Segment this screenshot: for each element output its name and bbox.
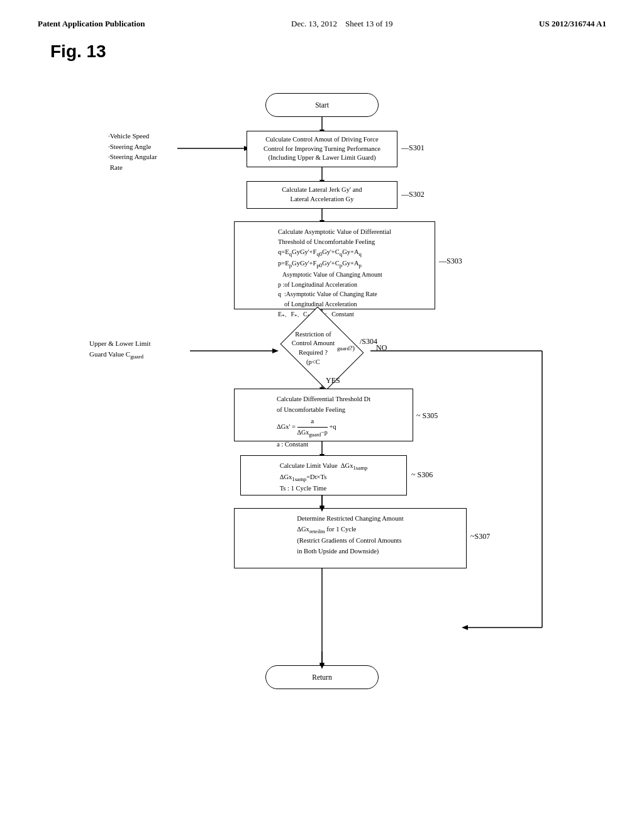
s305-node: Calculate Differential Threshold Dt of U…: [234, 389, 413, 441]
s306-text: Calculate Limit Value ΔGx1samp ΔGx1samp=…: [280, 461, 368, 494]
svg-marker-11: [272, 348, 279, 353]
yes-label: YES: [326, 376, 340, 385]
s303-node: Calculate Asymptotic Value of Differenti…: [234, 221, 435, 309]
fig-title: Fig. 13: [50, 42, 606, 62]
left-input-bottom: Upper & Lower LimitGuard Value Cguard: [89, 338, 187, 361]
s307-node: Determine Restricted Changing Amount ΔGx…: [234, 508, 467, 568]
page: Patent Application Publication Dec. 13, …: [0, 0, 644, 830]
s306-node: Calculate Limit Value ΔGx1samp ΔGx1samp=…: [240, 455, 407, 495]
flowchart: Start Culculate Control Amout of Driving…: [52, 80, 592, 772]
header-date: Dec. 13, 2012: [291, 19, 337, 28]
s303-step-label: —S303: [439, 257, 462, 266]
s305-text: Calculate Differential Threshold Dt of U…: [277, 394, 370, 450]
svg-marker-17: [462, 625, 468, 630]
s301-text: Culculate Control Amout of Driving Force…: [264, 135, 380, 163]
header-sheet: Sheet 13 of 19: [345, 19, 392, 28]
s307-step-label: ~S307: [470, 532, 490, 541]
start-label: Start: [315, 100, 329, 110]
s302-node: Calculate Lateral Jerk Gy' andLateral Ac…: [247, 181, 397, 209]
s304-step-label: /S304: [360, 337, 377, 346]
start-node: Start: [265, 93, 379, 117]
header-right: US 2012/316744 A1: [539, 19, 606, 29]
s304-label: Restriction of Control AmountRequired ?(…: [289, 322, 355, 375]
return-node: Return: [265, 665, 379, 689]
header-center: Dec. 13, 2012 Sheet 13 of 19: [291, 19, 392, 29]
s303-text: Calculate Asymptotic Value of Differenti…: [278, 227, 391, 321]
left-input-top: ·Vehicle Speed·Steering Angle·Steering A…: [108, 131, 157, 172]
header-left: Patent Application Publication: [38, 19, 145, 29]
s304-diamond-container: Restriction of Control AmountRequired ?(…: [289, 322, 355, 375]
no-label: NO: [376, 343, 387, 353]
s301-step-label: —S301: [401, 143, 425, 153]
header: Patent Application Publication Dec. 13, …: [38, 19, 606, 29]
s306-step-label: ~ S306: [411, 470, 433, 480]
s302-text: Calculate Lateral Jerk Gy' andLateral Ac…: [282, 185, 362, 204]
s305-step-label: ~ S305: [416, 411, 438, 421]
s302-step-label: —S302: [401, 190, 425, 199]
return-label: Return: [312, 672, 331, 682]
s301-node: Culculate Control Amout of Driving Force…: [247, 131, 397, 167]
s307-text: Determine Restricted Changing Amount ΔGx…: [297, 514, 403, 556]
